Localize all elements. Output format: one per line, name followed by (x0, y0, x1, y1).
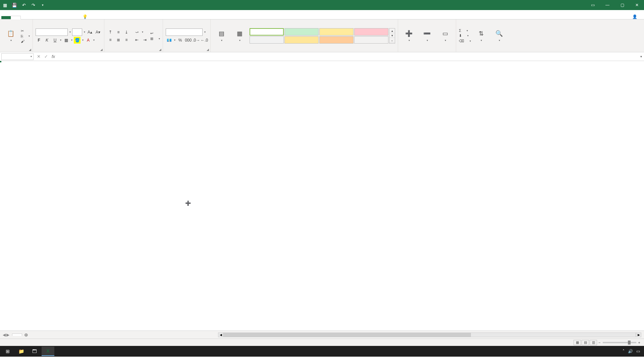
share-button[interactable]: 👤 (628, 14, 644, 19)
number-format-combo[interactable] (166, 28, 203, 36)
redo-icon[interactable]: ↷ (30, 2, 36, 8)
qat-customize-icon[interactable]: ▾ (40, 2, 46, 8)
decrease-indent-icon[interactable]: ⇤ (133, 37, 140, 43)
page-break-view-icon[interactable]: ▥ (590, 340, 597, 345)
align-center-icon[interactable]: ≣ (115, 37, 122, 43)
bold-button[interactable]: F (36, 37, 42, 44)
tab-review[interactable] (58, 16, 68, 19)
sort-filter-button[interactable]: ⇅▾ (473, 29, 489, 43)
dialog-launcher-icon[interactable]: ◢ (100, 48, 103, 51)
expand-formula-bar-icon[interactable]: ▾ (638, 55, 644, 58)
clear-button[interactable]: ⌫ ▾ (459, 39, 471, 43)
fill-color-button[interactable]: 🪣 (74, 37, 80, 44)
align-top-icon[interactable]: ⤒ (107, 29, 114, 36)
tab-view[interactable] (68, 16, 77, 19)
undo-icon[interactable]: ↶ (21, 2, 27, 8)
font-color-button[interactable]: A (85, 37, 92, 44)
style-output[interactable] (250, 36, 284, 44)
task-app-icon[interactable]: 🗔 (28, 347, 41, 356)
tell-me-search[interactable]: 💡 (83, 14, 90, 19)
increase-font-icon[interactable]: A▴ (87, 29, 93, 36)
format-cells-button[interactable]: ▭▾ (437, 29, 453, 43)
tab-page-layout[interactable] (30, 16, 40, 19)
tab-data[interactable] (49, 16, 58, 19)
zoom-in-icon[interactable]: + (638, 341, 640, 345)
border-button[interactable]: ▦ (63, 37, 69, 44)
italic-button[interactable]: K (44, 37, 50, 44)
name-box[interactable]: ▾ (1, 53, 34, 60)
paste-button[interactable]: 📋 ▾ (3, 29, 19, 43)
dialog-launcher-icon[interactable]: ◢ (207, 48, 209, 51)
fx-icon[interactable]: fx (50, 54, 57, 59)
normal-view-icon[interactable]: ▦ (574, 340, 581, 345)
tray-lang-icon[interactable]: ▭ (636, 349, 640, 354)
new-sheet-button[interactable]: ⊕ (22, 332, 30, 338)
format-as-table-button[interactable]: ▦▾ (231, 29, 248, 43)
ribbon-options-icon[interactable]: ▭ (588, 3, 598, 7)
align-right-icon[interactable]: ≡ (123, 37, 130, 43)
fill-button[interactable]: ⬇ ▾ (459, 34, 471, 38)
autosum-button[interactable]: Σ ▾ (459, 28, 471, 33)
tab-formulas[interactable] (40, 16, 49, 19)
decrease-decimal-icon[interactable]: ←.0 (201, 37, 208, 44)
excel-task-icon[interactable]: X (42, 347, 54, 356)
style-explain[interactable] (354, 36, 388, 44)
font-size-combo[interactable] (72, 28, 82, 36)
save-icon[interactable]: 💾 (11, 2, 17, 8)
tray-volume-icon[interactable]: 🔊 (628, 349, 633, 354)
style-bad[interactable] (354, 28, 388, 36)
font-name-combo[interactable] (36, 28, 68, 36)
spreadsheet-grid[interactable]: ➕ (0, 61, 644, 330)
align-bottom-icon[interactable]: ⤓ (123, 29, 130, 36)
dialog-launcher-icon[interactable]: ◢ (29, 48, 31, 51)
minimize-icon[interactable]: — (602, 3, 612, 7)
align-left-icon[interactable]: ≡ (107, 37, 114, 43)
tab-insert[interactable] (21, 16, 30, 19)
scroll-left-icon[interactable]: ◀ (218, 333, 223, 337)
chevron-down-icon[interactable]: ▾ (84, 31, 85, 34)
cut-button[interactable]: ✂ (21, 29, 30, 33)
cancel-icon[interactable]: ✕ (35, 54, 42, 59)
dialog-launcher-icon[interactable]: ◢ (159, 48, 161, 51)
underline-button[interactable]: U (52, 37, 58, 44)
horizontal-scrollbar[interactable] (223, 333, 636, 337)
orientation-icon[interactable]: ⤻ (133, 29, 140, 36)
style-good[interactable] (284, 28, 319, 36)
scroll-right-icon[interactable]: ▶ (636, 333, 641, 337)
delete-cells-button[interactable]: ➖▾ (419, 29, 435, 43)
file-explorer-icon[interactable]: 📁 (15, 347, 28, 356)
style-neutral[interactable] (319, 28, 354, 36)
align-middle-icon[interactable]: ≡ (115, 29, 122, 36)
wrap-text-button[interactable]: ↩ (150, 31, 160, 36)
close-icon[interactable]: ✕ (632, 3, 642, 7)
style-standard[interactable] (250, 28, 284, 36)
insert-cells-button[interactable]: ➕▾ (401, 29, 417, 43)
increase-decimal-icon[interactable]: .0→ (193, 37, 200, 44)
comma-icon[interactable]: 000 (185, 37, 192, 44)
prev-sheet-icon[interactable]: ◀ (3, 333, 6, 337)
tab-file[interactable] (1, 16, 11, 19)
format-painter-button[interactable]: 🖌 (21, 39, 30, 43)
find-select-button[interactable]: 🔍▾ (491, 29, 507, 43)
maximize-icon[interactable]: ▢ (617, 3, 627, 7)
currency-icon[interactable]: 💶 (166, 37, 172, 44)
increase-indent-icon[interactable]: ⇥ (142, 37, 148, 43)
next-sheet-icon[interactable]: ▶ (6, 333, 9, 337)
decrease-font-icon[interactable]: A▾ (95, 29, 101, 36)
sheet-tab-active[interactable] (12, 334, 22, 336)
copy-button[interactable]: ⎘ ▾ (21, 34, 30, 38)
style-input[interactable] (319, 36, 354, 44)
style-gallery-nav[interactable]: ▴▾⌄ (389, 28, 395, 44)
percent-icon[interactable]: % (177, 37, 183, 44)
zoom-out-icon[interactable]: − (598, 341, 600, 345)
page-layout-view-icon[interactable]: ▤ (582, 340, 589, 345)
style-calc[interactable] (284, 36, 319, 44)
start-button[interactable]: ⊞ (1, 347, 14, 356)
merge-center-button[interactable]: ⊞ ▾ (150, 37, 160, 41)
conditional-formatting-button[interactable]: ▤▾ (213, 29, 229, 43)
tray-chevron-icon[interactable]: ˄ (623, 349, 625, 354)
cell-styles-gallery[interactable] (250, 28, 388, 44)
tab-home[interactable] (11, 16, 21, 19)
zoom-slider[interactable] (603, 342, 636, 343)
chevron-down-icon[interactable]: ▾ (69, 31, 71, 34)
